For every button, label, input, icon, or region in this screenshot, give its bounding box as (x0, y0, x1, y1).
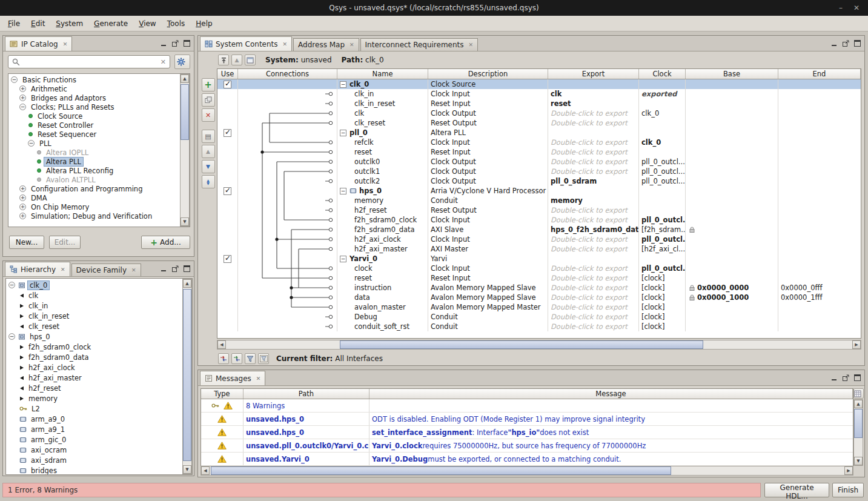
table-cell[interactable]: pll_0_outcl... (639, 176, 686, 186)
tab-interconnect-requirements[interactable]: Interconnect Requirements✕ (360, 38, 479, 51)
table-cell[interactable] (686, 118, 778, 128)
tree-expand-icon[interactable]: + (19, 204, 26, 210)
table-cell[interactable]: Double-click to export (548, 312, 639, 322)
hierarchy-scrollbar[interactable]: ▲ ▼ (182, 279, 192, 474)
collapse-icon[interactable]: − (340, 256, 346, 262)
tree-collapse-icon[interactable]: − (8, 282, 15, 288)
add-component-button[interactable]: +Add... (141, 236, 190, 249)
system-row-clk-reset[interactable]: clk_resetReset OutputDouble-click to exp… (217, 118, 861, 128)
open-system-button[interactable] (245, 55, 256, 65)
ip-catalog-item-altera-pll-reconfig[interactable]: Altera PLL Reconfig (8, 166, 190, 175)
hierarchy-item-memory[interactable]: memory (6, 393, 192, 403)
ip-catalog-item-arithmetic[interactable]: +Arithmetic (8, 84, 190, 93)
table-cell[interactable] (686, 196, 778, 205)
search-input[interactable] (25, 58, 158, 66)
system-row-reset[interactable]: resetReset InputDouble-click to export (217, 147, 861, 157)
table-cell[interactable]: clk_0 (639, 138, 686, 147)
clock-value[interactable]: pll_0_outcl... (641, 216, 686, 224)
scroll-right-arrow[interactable]: ▶ (844, 466, 853, 475)
table-cell[interactable]: [clock] (639, 322, 686, 331)
table-cell[interactable] (639, 79, 686, 89)
system-row-outclk1[interactable]: outclk1Clock OutputDouble-click to expor… (217, 167, 861, 176)
tab-messages[interactable]: Messages✕ (200, 371, 265, 385)
ip-catalog-item-clock-source[interactable]: Clock Source (8, 111, 190, 121)
table-cell[interactable] (686, 225, 778, 234)
table-cell[interactable] (686, 167, 778, 176)
menu-generate[interactable]: Generate (88, 16, 133, 32)
scrollbar-thumb[interactable] (854, 409, 863, 438)
system-row-clk-0[interactable]: −clk_0Clock Source (217, 79, 861, 89)
catalog-settings-button[interactable] (174, 55, 190, 69)
hierarchy-item-arm-a9-1[interactable]: arm_a9_1 (6, 424, 192, 434)
hierarchy-item-axi-ocram[interactable]: axi_ocram (6, 445, 192, 455)
clock-value[interactable]: [h2f_axi_cl... (641, 245, 685, 253)
export-placeholder[interactable]: Double-click to export (551, 322, 628, 331)
ip-catalog-item-on-chip-memory[interactable]: +On Chip Memory (8, 202, 190, 211)
tab-close-icon[interactable]: ✕ (61, 267, 65, 273)
panel-maximize-button[interactable] (183, 265, 191, 273)
tab-hierarchy[interactable]: Hierarchy✕ (5, 262, 70, 276)
system-row-data[interactable]: dataAvalon Memory Mapped SlaveDouble-cli… (217, 293, 861, 302)
generate-hdl-button[interactable]: Generate HDL... (764, 483, 829, 497)
messages-summary-row[interactable]: 8 Warnings (201, 399, 853, 413)
message-row[interactable]: unsaved.Yarvi_0Yarvi_0.Debug must be exp… (201, 453, 853, 466)
tree-collapse-icon[interactable]: − (11, 76, 18, 83)
scroll-left-arrow[interactable]: ◀ (217, 340, 226, 349)
clock-value[interactable]: pll_0_outcl... (641, 158, 685, 166)
scroll-down-arrow[interactable]: ▼ (181, 217, 189, 226)
use-checkbox[interactable] (224, 187, 231, 195)
table-cell[interactable] (686, 264, 778, 273)
panel-minimize-button[interactable] (830, 374, 838, 382)
hierarchy-item-f2h-sdram0-clock[interactable]: f2h_sdram0_clock (6, 342, 192, 352)
use-checkbox[interactable] (224, 129, 231, 137)
system-row-clk-in-reset[interactable]: clk_in_resetReset Inputreset (217, 99, 861, 108)
tree-expand-icon[interactable]: + (19, 85, 26, 92)
clock-value[interactable]: [clock] (641, 303, 665, 311)
table-cell[interactable]: Double-click to export (548, 244, 639, 254)
table-cell[interactable] (639, 99, 686, 108)
panel-float-button[interactable] (842, 374, 850, 382)
use-checkbox[interactable] (224, 81, 231, 88)
table-cell[interactable]: Double-click to export (548, 264, 639, 273)
export-placeholder[interactable]: Double-click to export (551, 264, 628, 273)
collapse-icon[interactable]: − (340, 130, 346, 136)
system-row-f2h-sdram0-data[interactable]: f2h_sdram0_dataAXI Slavehps_0_f2h_sdram0… (217, 225, 861, 234)
table-cell[interactable] (686, 147, 778, 157)
table-cell[interactable] (686, 157, 778, 167)
table-cell[interactable] (686, 302, 778, 312)
tab-close-icon[interactable]: ✕ (283, 41, 288, 47)
move-up-button[interactable]: ▲ (231, 55, 242, 65)
table-cell[interactable] (686, 128, 778, 138)
table-cell[interactable]: [f2h_sdram... (639, 225, 686, 234)
panel-float-button[interactable] (171, 39, 179, 47)
hierarchy-item-h2f-reset[interactable]: h2f_reset (6, 383, 192, 393)
message-row[interactable]: unsaved.pll_0.outclk0/Yarvi_0.clockYarvi… (201, 439, 853, 453)
panel-maximize-button[interactable] (183, 39, 191, 47)
system-row-clk-in[interactable]: clk_inClock Inputclkexported (217, 89, 861, 99)
table-cell[interactable] (686, 273, 778, 283)
tree-collapse-icon[interactable]: − (8, 333, 15, 340)
move-up-button[interactable]: ▲ (202, 145, 215, 158)
finish-button[interactable]: Finish (832, 483, 864, 497)
hierarchy-item-clk-0[interactable]: −clk_0 (6, 280, 192, 290)
table-cell[interactable]: clk (548, 89, 639, 99)
table-cell[interactable] (686, 186, 778, 196)
table-cell[interactable]: pll_0_outcl... (639, 234, 686, 244)
tree-expand-icon[interactable]: + (19, 194, 26, 201)
tree-collapse-icon[interactable]: − (19, 104, 26, 110)
tab-address-map[interactable]: Address Map✕ (293, 38, 359, 51)
table-cell[interactable]: exported (639, 89, 686, 99)
table-cell[interactable]: [h2f_axi_cl... (639, 244, 686, 254)
panel-float-button[interactable] (842, 39, 850, 47)
export-placeholder[interactable]: Double-click to export (551, 138, 628, 147)
clock-value[interactable]: pll_0_outcl... (641, 235, 686, 244)
use-checkbox[interactable] (224, 255, 231, 263)
clock-value[interactable]: clk_0 (641, 109, 659, 118)
menu-view[interactable]: View (133, 16, 161, 32)
system-row-h2f-axi-master[interactable]: h2f_axi_masterAXI MasterDouble-click to … (217, 244, 861, 254)
table-cell[interactable] (686, 79, 778, 89)
table-cell[interactable]: pll_0_outcl... (639, 167, 686, 176)
system-row-h2f-reset[interactable]: h2f_resetReset OutputDouble-click to exp… (217, 205, 861, 215)
export-name[interactable]: pll_0_sdram (551, 177, 597, 185)
table-cell[interactable] (548, 79, 639, 89)
